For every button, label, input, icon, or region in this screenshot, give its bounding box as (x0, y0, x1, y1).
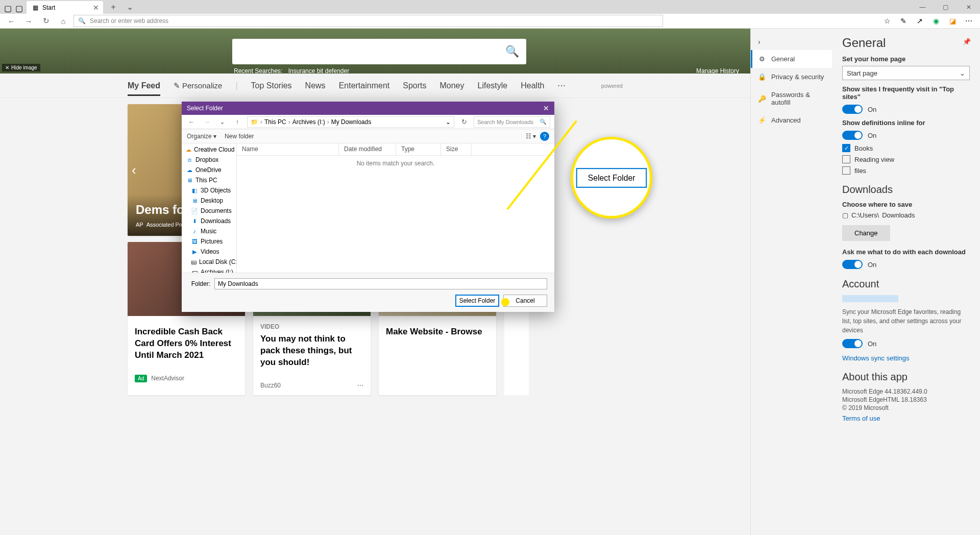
choose-where-label: Choose where to save (842, 201, 970, 208)
key-icon: 🔑 (758, 95, 766, 103)
home-button[interactable]: ⌂ (56, 14, 70, 28)
help-icon[interactable]: ? (540, 132, 549, 141)
tree-item[interactable]: ♪Music (182, 226, 236, 236)
col-name[interactable]: Name (237, 143, 339, 155)
tree-item[interactable]: 🖴Local Disk (C:) (182, 257, 236, 267)
feed-nav: My Feed ✎ Personalize | Top Stories News… (0, 74, 750, 98)
tab-top-stories[interactable]: Top Stories (251, 81, 292, 90)
tree-item[interactable]: ◧3D Objects (182, 185, 236, 196)
dialog-titlebar[interactable]: Select Folder ✕ (182, 102, 554, 115)
homepage-dropdown[interactable]: Start page ⌄ (842, 66, 970, 80)
forward-button[interactable]: → (21, 14, 36, 28)
change-button[interactable]: Change (842, 225, 890, 241)
web-search-box[interactable]: 🔍 (232, 39, 526, 64)
close-icon: ✕ (5, 65, 9, 70)
tree-item[interactable]: ⧈Dropbox (182, 155, 236, 165)
pencil-icon: ✎ (174, 81, 180, 90)
carousel-prev-icon[interactable]: ‹ (132, 162, 136, 178)
search-input[interactable] (238, 47, 504, 56)
folder-name-input[interactable] (214, 278, 547, 289)
new-tab-button[interactable]: + (107, 3, 119, 12)
close-window-button[interactable]: ✕ (957, 0, 980, 14)
files-checkbox[interactable] (842, 166, 850, 175)
definitions-toggle[interactable] (842, 131, 863, 140)
reading-checkbox[interactable] (842, 155, 850, 163)
dialog-close-icon[interactable]: ✕ (543, 104, 549, 112)
hide-image-button[interactable]: ✕ Hide image (2, 64, 40, 71)
tree-item[interactable]: ☁OneDrive (182, 165, 236, 175)
sync-toggle[interactable] (842, 339, 863, 348)
dialog-search-box[interactable]: Search My Downloads 🔍 (474, 116, 550, 128)
tree-item[interactable]: ⬇Downloads (182, 216, 236, 226)
search-submit-icon[interactable]: 🔍 (504, 43, 520, 60)
close-tab-icon[interactable]: ✕ (93, 4, 99, 12)
recent-search-link[interactable]: Insurance bit defender (288, 67, 349, 75)
tree-item[interactable]: 🖥Desktop (182, 196, 236, 206)
address-bar[interactable]: 🔍 Search or enter web address (74, 15, 663, 27)
new-folder-button[interactable]: New folder (225, 133, 254, 140)
tab-preview-icon[interactable]: ▢ (4, 4, 11, 11)
cancel-button[interactable]: Cancel (503, 295, 547, 307)
sync-settings-link[interactable]: Windows sync settings (842, 354, 910, 362)
tree-item[interactable]: ☁Creative Cloud Fil (182, 144, 236, 155)
settings-item-general[interactable]: ⚙ General (751, 50, 832, 68)
select-folder-dialog: Select Folder ✕ ← → ⌄ ↑ 📁 › This PC › Ar… (182, 102, 554, 312)
tab-health[interactable]: Health (521, 81, 544, 90)
tab-entertainment[interactable]: Entertainment (339, 81, 390, 90)
favorites-icon[interactable]: ☆ (880, 14, 894, 28)
books-checkbox[interactable]: ✓ (842, 144, 850, 152)
dialog-breadcrumb[interactable]: 📁 › This PC › Archives (I:) › My Downloa… (247, 116, 454, 128)
chevron-down-icon[interactable]: ⌄ (446, 118, 451, 126)
share-icon[interactable]: ↗ (913, 14, 927, 28)
collapse-settings-icon[interactable]: › (751, 34, 832, 50)
col-type[interactable]: Type (396, 143, 441, 155)
minimize-button[interactable]: — (911, 0, 934, 14)
organize-button[interactable]: Organize ▾ (187, 133, 216, 140)
tab-lifestyle[interactable]: Lifestyle (478, 81, 508, 90)
dialog-folder-tree[interactable]: ☁Creative Cloud Fil ⧈Dropbox ☁OneDrive 🖥… (182, 143, 237, 273)
tree-item[interactable]: 🖼Pictures (182, 236, 236, 247)
col-size[interactable]: Size (441, 143, 472, 155)
account-name-redacted (842, 295, 898, 302)
notes-icon[interactable]: ✎ (896, 14, 911, 28)
extension-icon-2[interactable]: ◪ (945, 14, 960, 28)
more-menu-icon[interactable]: ⋯ (962, 14, 976, 28)
tree-item[interactable]: 🖥This PC (182, 175, 236, 185)
select-folder-button[interactable]: Select Folder (455, 295, 499, 307)
pin-icon[interactable]: 📌 (963, 38, 971, 45)
tab-money[interactable]: Money (439, 81, 464, 90)
file-list-header[interactable]: Name Date modified Type Size (237, 143, 554, 156)
tree-item[interactable]: 🖴Archives (I:) (182, 267, 236, 273)
dialog-refresh-button[interactable]: ↻ (458, 118, 470, 126)
dialog-back-button[interactable]: ← (186, 118, 197, 126)
tab-my-feed[interactable]: My Feed (128, 81, 160, 96)
dialog-navbar: ← → ⌄ ↑ 📁 › This PC › Archives (I:) › My… (182, 115, 554, 129)
card-more-icon[interactable]: ⋯ (357, 382, 363, 389)
tree-item[interactable]: 📄Documents (182, 206, 236, 216)
settings-item-passwords[interactable]: 🔑 Passwords & autofill (751, 86, 832, 111)
col-date[interactable]: Date modified (339, 143, 396, 155)
search-icon: 🔍 (78, 17, 86, 25)
personalize-button[interactable]: ✎ Personalize (174, 81, 222, 90)
topsites-toggle[interactable] (842, 105, 863, 114)
ask-download-toggle[interactable] (842, 260, 863, 269)
terms-link[interactable]: Terms of use (842, 415, 880, 422)
extension-icon-1[interactable]: ◉ (929, 14, 943, 28)
tree-item[interactable]: ▶Videos (182, 247, 236, 257)
dialog-forward-button[interactable]: → (201, 118, 212, 126)
tab-aside-icon[interactable]: ▢ (15, 4, 22, 11)
settings-item-advanced[interactable]: ⚡ Advanced (751, 111, 832, 129)
maximize-button[interactable]: ▢ (934, 0, 957, 14)
view-mode-button[interactable]: ☷ ▾ (526, 133, 536, 140)
more-tabs-icon[interactable]: ⋯ (557, 81, 566, 90)
tab-sports[interactable]: Sports (403, 81, 426, 90)
browser-tab[interactable]: ▦ Start ✕ (27, 1, 103, 14)
back-button[interactable]: ← (4, 14, 18, 28)
tab-news[interactable]: News (305, 81, 326, 90)
settings-item-privacy[interactable]: 🔒 Privacy & security (751, 68, 832, 86)
refresh-button[interactable]: ↻ (39, 14, 53, 28)
manage-history-link[interactable]: Manage History (696, 67, 739, 75)
tab-chevron-icon[interactable]: ⌄ (124, 2, 136, 12)
dialog-recent-button[interactable]: ⌄ (216, 118, 228, 126)
dialog-up-button[interactable]: ↑ (232, 118, 243, 126)
